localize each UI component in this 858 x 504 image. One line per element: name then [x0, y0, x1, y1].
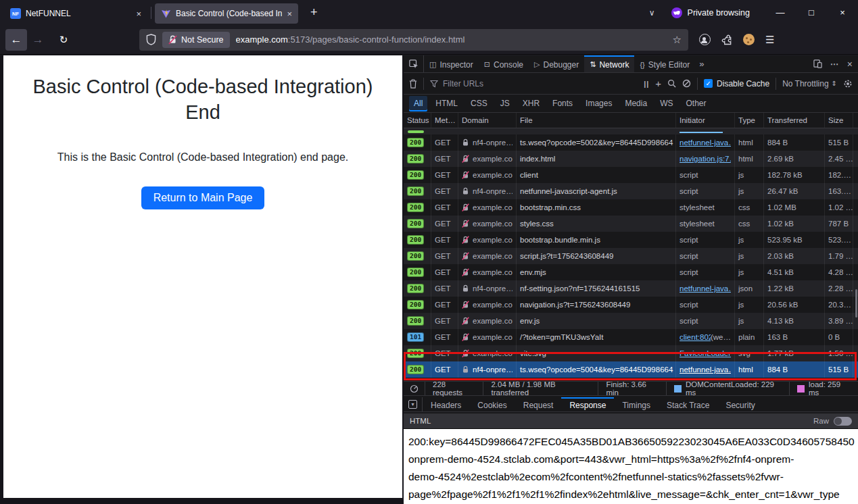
tool-tab-inspector[interactable]: ◫Inspector	[424, 55, 479, 72]
initiator-link[interactable]: client:802	[680, 333, 711, 341]
method-cell: GET	[431, 134, 458, 151]
network-request-row[interactable]: 200GETexample.co…env.jsscriptjs4.13 kB3.…	[404, 313, 858, 329]
responsive-design-icon[interactable]	[813, 59, 822, 68]
column-header-initiator[interactable]: Initiator	[676, 113, 735, 128]
network-request-row[interactable]: 200GETexample.co…script.js?t=17562436084…	[404, 248, 858, 264]
detail-tab-headers[interactable]: Headers	[423, 397, 469, 411]
more-tools-chevron-icon[interactable]: »	[695, 55, 708, 72]
return-to-main-page-button[interactable]: Return to Main Page	[141, 186, 265, 209]
type-filter-images[interactable]: Images	[581, 96, 617, 111]
collapse-panel-icon[interactable]: ▾	[404, 397, 423, 411]
pause-icon[interactable]: ||	[644, 80, 649, 88]
tool-tab-network[interactable]: ⇅Network	[584, 55, 634, 72]
network-request-row[interactable]: 200GETexample.co…bootstrap.min.cssstyles…	[404, 199, 858, 216]
account-icon[interactable]	[699, 34, 711, 45]
detail-tab-cookies[interactable]: Cookies	[469, 397, 515, 411]
menu-hamburger-icon[interactable]: ☰	[765, 34, 774, 46]
initiator-link[interactable]: navigation.js:7…	[680, 155, 731, 163]
detail-tab-request[interactable]: Request	[515, 397, 562, 411]
tool-tab-console[interactable]: ⊡Console	[479, 55, 529, 72]
network-request-row[interactable]: 200GETnf4-onpre…netfunnel-javascript-age…	[404, 183, 858, 199]
network-request-row[interactable]: 200GETnf4-onpre…nf-setting.json?nf=17562…	[404, 280, 858, 297]
tool-tab-debugger[interactable]: ▷Debugger	[529, 55, 584, 72]
devtools-close-icon[interactable]: ×	[847, 59, 853, 70]
file-text: ts.wseq?opcode=5002&key=86445D998664	[520, 138, 673, 147]
detail-tab-stack-trace[interactable]: Stack Trace	[659, 397, 717, 411]
network-request-row[interactable]: 101GETexample.co…/?token=gmTKU3wsYaItcli…	[404, 329, 858, 345]
type-filter-html[interactable]: HTML	[431, 96, 462, 111]
size-cell: 163.…	[825, 183, 853, 199]
response-body[interactable]: 200:key=86445D99866472FEC045A35BD01AB366…	[404, 429, 858, 504]
column-header-met[interactable]: Met…	[431, 113, 458, 128]
tab-basic-control[interactable]: Basic Control (Code-based Inte ×	[155, 3, 298, 24]
add-icon[interactable]: +	[655, 78, 661, 89]
network-request-row[interactable]: 200GETexample.co…styles.cssstylesheetcss…	[404, 216, 858, 232]
initiator-link[interactable]: netfunnel-java…	[680, 366, 731, 374]
type-cell: js	[735, 183, 764, 199]
filter-urls-input[interactable]: Filter URLs	[430, 79, 638, 89]
window-minimize-button[interactable]: —	[765, 0, 796, 25]
network-request-row[interactable]: 200GETexample.co…env.mjsscriptjs4.51 kB4…	[404, 264, 858, 280]
column-header-status[interactable]: Status	[404, 113, 431, 128]
column-header-size[interactable]: Size	[825, 113, 853, 128]
search-icon[interactable]	[667, 79, 676, 88]
column-header-type[interactable]: Type	[735, 113, 764, 128]
disable-cache-checkbox[interactable]: ✓	[704, 79, 713, 88]
network-request-row[interactable]: 200GETnf4-onpre…ts.wseq?opcode=5002&key=…	[404, 134, 858, 151]
network-request-row[interactable]: 200GETexample.co…vite.svgFaviconLoader.……	[404, 345, 858, 361]
detail-tab-response[interactable]: Response	[561, 397, 614, 411]
back-button[interactable]: ←	[5, 29, 27, 51]
tool-tab-style-editor[interactable]: {}Style Editor	[634, 55, 695, 72]
disable-cache-control[interactable]: ✓ Disable Cache	[704, 79, 769, 89]
tab-close-icon[interactable]: ×	[287, 9, 292, 18]
extensions-puzzle-icon[interactable]	[721, 34, 732, 45]
bookmark-star-icon[interactable]: ☆	[673, 34, 682, 46]
initiator-link[interactable]: FaviconLoader.…	[680, 349, 731, 357]
raw-toggle-switch[interactable]	[834, 417, 852, 426]
type-filter-other[interactable]: Other	[681, 96, 711, 111]
list-all-tabs-chevron-icon[interactable]: ∨	[640, 8, 665, 18]
network-request-row[interactable]: 200GETexample.co…clientscriptjs182.78 kB…	[404, 167, 858, 183]
type-filter-ws[interactable]: WS	[655, 96, 677, 111]
column-header-transferred[interactable]: Transferred	[764, 113, 825, 128]
type-filter-all[interactable]: All	[409, 96, 427, 111]
tab-netfunnel[interactable]: NF NetFUNNEL ×	[4, 3, 147, 24]
performance-stopwatch-icon[interactable]	[404, 382, 425, 395]
column-header-domain[interactable]: Domain	[458, 113, 517, 128]
not-secure-chip[interactable]: Not Secure	[162, 32, 230, 48]
forward-button[interactable]: →	[27, 29, 49, 51]
reload-button[interactable]: ↻	[53, 29, 74, 51]
raw-toggle-control[interactable]: Raw	[813, 417, 852, 426]
window-close-button[interactable]: ×	[827, 0, 858, 25]
network-request-row[interactable]: 200GETexample.co…navigation.js?t=1756243…	[404, 297, 858, 313]
url-text[interactable]: example.com:5173/pages/basic-control-fun…	[236, 34, 667, 45]
detail-tab-security[interactable]: Security	[717, 397, 763, 411]
profile-avatar[interactable]	[743, 34, 755, 45]
throttling-dropdown[interactable]: No Throttling ⇕	[782, 79, 837, 89]
type-filter-fonts[interactable]: Fonts	[548, 96, 577, 111]
window-maximize-button[interactable]: □	[796, 0, 827, 25]
table-scrollbar-thumb[interactable]	[855, 289, 857, 318]
type-filter-js[interactable]: JS	[496, 96, 515, 111]
initiator-link[interactable]: netfunnel-java…	[680, 284, 731, 293]
network-request-row[interactable]: 200GETnf4-onpre…ts.wseq?opcode=5004&key=…	[404, 361, 858, 378]
tab-close-icon[interactable]: ×	[136, 9, 141, 18]
network-request-row[interactable]: 200GETexample.co…index.htmlnavigation.js…	[404, 151, 858, 167]
shield-icon[interactable]	[146, 34, 156, 45]
clear-requests-trash-icon[interactable]	[409, 79, 417, 89]
devtools-menu-icon[interactable]: ⋯	[830, 59, 839, 69]
initiator-link[interactable]: netfunnel-java…	[680, 138, 731, 147]
type-filter-xhr[interactable]: XHR	[518, 96, 544, 111]
block-icon[interactable]	[682, 79, 691, 88]
type-filter-css[interactable]: CSS	[466, 96, 492, 111]
domain-text: example.co…	[473, 333, 513, 341]
column-header-file[interactable]: File	[517, 113, 676, 128]
detail-tab-timings[interactable]: Timings	[614, 397, 659, 411]
element-picker-icon[interactable]	[404, 55, 424, 72]
network-settings-gear-icon[interactable]	[843, 79, 853, 89]
url-bar[interactable]: Not Secure example.com:5173/pages/basic-…	[139, 29, 688, 51]
network-request-row[interactable]: 200GETexample.co…bootstrap.bundle.min.js…	[404, 232, 858, 248]
toolbar-divider	[697, 78, 698, 90]
new-tab-button[interactable]: +	[306, 5, 322, 20]
type-filter-media[interactable]: Media	[620, 96, 652, 111]
